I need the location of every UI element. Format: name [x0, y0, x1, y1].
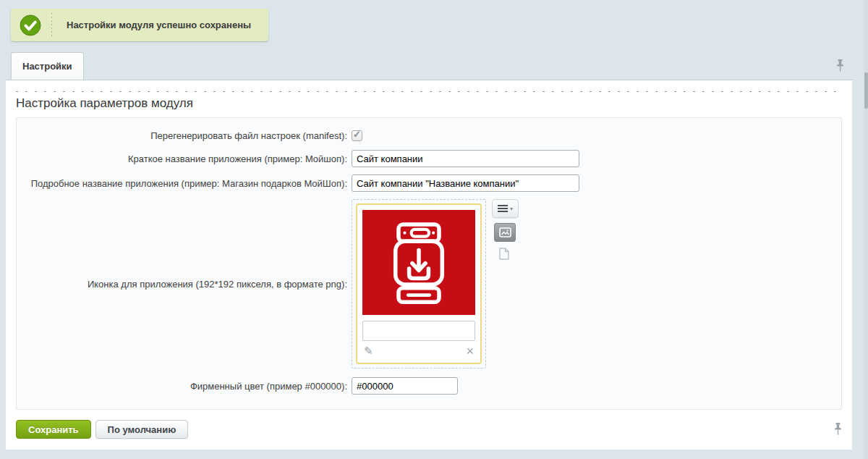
toolbar-divider: [16, 80, 842, 92]
file-document-icon: [499, 248, 509, 263]
icon-upload-widget: ✎ × ▾: [352, 199, 519, 369]
edit-pencil-icon[interactable]: ✎: [364, 345, 373, 358]
tabs-bar: Настройки: [0, 52, 868, 80]
field-row-brand-color: Фирменный цвет (пример #000000):: [17, 377, 841, 395]
smartphone-download-icon: [375, 220, 463, 305]
success-check-icon: [20, 14, 41, 36]
full-name-input[interactable]: [352, 174, 579, 192]
field-label-short-name: Краткое название приложения (пример: Мой…: [17, 153, 347, 164]
field-row-app-icon: Иконка для приложения (192*192 пикселя, …: [17, 199, 841, 369]
field-row-full-name: Подробное название приложения (пример: М…: [17, 174, 841, 192]
icon-actions: ✎ ×: [362, 345, 475, 358]
delete-cross-icon[interactable]: ×: [466, 346, 474, 356]
notification-text: Настройки модуля успешно сохранены: [67, 20, 251, 30]
page: Настройки модуля успешно сохранены Настр…: [0, 0, 868, 459]
content-area: Настройка параметров модуля Перегенериро…: [6, 80, 852, 450]
footer-bar: Сохранить По умолчанию: [16, 419, 842, 439]
page-title: Настройка параметров модуля: [6, 92, 852, 117]
tab-settings[interactable]: Настройки: [11, 52, 84, 80]
notification-divider: [51, 13, 52, 37]
upload-menu-button[interactable]: ▾: [492, 199, 519, 218]
icon-dropzone[interactable]: ✎ ×: [352, 199, 486, 369]
pin-icon-top[interactable]: [836, 59, 844, 75]
field-label-brand-color: Фирменный цвет (пример #000000):: [17, 381, 347, 392]
app-icon-preview: [362, 210, 475, 315]
pin-icon-bottom[interactable]: [834, 423, 842, 438]
icon-side-buttons: ▾: [492, 199, 519, 263]
settings-form: Перегенерировать файл настроек (manifest…: [16, 117, 842, 410]
field-label-full-name: Подробное название приложения (пример: М…: [17, 178, 347, 189]
short-name-input[interactable]: [352, 150, 579, 167]
image-view-button[interactable]: [494, 223, 516, 242]
default-button[interactable]: По умолчанию: [95, 420, 189, 439]
field-row-short-name: Краткое название приложения (пример: Мой…: [17, 150, 841, 167]
field-label-app-icon: Иконка для приложения (192*192 пикселя, …: [17, 279, 347, 290]
brand-color-input[interactable]: [352, 377, 458, 395]
hamburger-icon: [498, 203, 508, 214]
icon-card: ✎ ×: [356, 203, 482, 364]
save-button[interactable]: Сохранить: [16, 420, 91, 439]
success-notification: Настройки модуля успешно сохранены: [11, 9, 268, 41]
picture-icon: [499, 227, 511, 237]
icon-description-input[interactable]: [362, 321, 475, 341]
chevron-down-icon: ▾: [510, 206, 513, 212]
field-label-manifest: Перегенерировать файл настроек (manifest…: [17, 130, 347, 141]
field-row-manifest: Перегенерировать файл настроек (manifest…: [17, 130, 841, 141]
manifest-checkbox[interactable]: [352, 130, 362, 141]
